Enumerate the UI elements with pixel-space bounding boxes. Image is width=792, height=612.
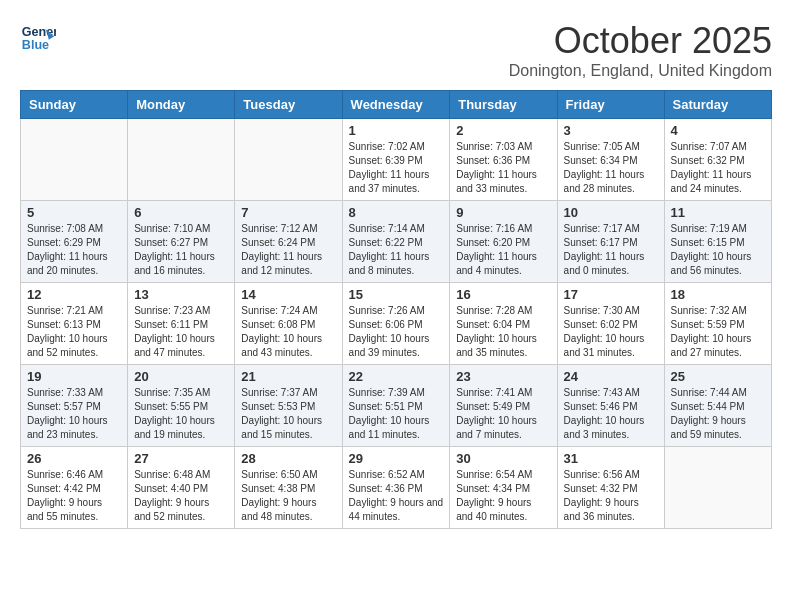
day-number: 31	[564, 451, 658, 466]
calendar-cell: 19Sunrise: 7:33 AM Sunset: 5:57 PM Dayli…	[21, 365, 128, 447]
weekday-header-tuesday: Tuesday	[235, 91, 342, 119]
weekday-header-monday: Monday	[128, 91, 235, 119]
day-number: 14	[241, 287, 335, 302]
calendar-cell: 23Sunrise: 7:41 AM Sunset: 5:49 PM Dayli…	[450, 365, 557, 447]
day-info: Sunrise: 7:03 AM Sunset: 6:36 PM Dayligh…	[456, 140, 550, 196]
day-info: Sunrise: 7:08 AM Sunset: 6:29 PM Dayligh…	[27, 222, 121, 278]
calendar-cell: 2Sunrise: 7:03 AM Sunset: 6:36 PM Daylig…	[450, 119, 557, 201]
weekday-header-friday: Friday	[557, 91, 664, 119]
calendar-cell: 17Sunrise: 7:30 AM Sunset: 6:02 PM Dayli…	[557, 283, 664, 365]
day-info: Sunrise: 7:10 AM Sunset: 6:27 PM Dayligh…	[134, 222, 228, 278]
calendar-cell: 4Sunrise: 7:07 AM Sunset: 6:32 PM Daylig…	[664, 119, 771, 201]
weekday-header-wednesday: Wednesday	[342, 91, 450, 119]
day-number: 30	[456, 451, 550, 466]
day-number: 22	[349, 369, 444, 384]
day-info: Sunrise: 7:02 AM Sunset: 6:39 PM Dayligh…	[349, 140, 444, 196]
calendar-cell: 15Sunrise: 7:26 AM Sunset: 6:06 PM Dayli…	[342, 283, 450, 365]
day-info: Sunrise: 7:17 AM Sunset: 6:17 PM Dayligh…	[564, 222, 658, 278]
calendar-cell: 1Sunrise: 7:02 AM Sunset: 6:39 PM Daylig…	[342, 119, 450, 201]
day-number: 7	[241, 205, 335, 220]
day-info: Sunrise: 6:56 AM Sunset: 4:32 PM Dayligh…	[564, 468, 658, 524]
svg-text:Blue: Blue	[22, 38, 49, 52]
calendar-cell: 6Sunrise: 7:10 AM Sunset: 6:27 PM Daylig…	[128, 201, 235, 283]
calendar-cell: 8Sunrise: 7:14 AM Sunset: 6:22 PM Daylig…	[342, 201, 450, 283]
calendar-cell	[21, 119, 128, 201]
day-number: 5	[27, 205, 121, 220]
calendar-cell: 30Sunrise: 6:54 AM Sunset: 4:34 PM Dayli…	[450, 447, 557, 529]
calendar-cell: 13Sunrise: 7:23 AM Sunset: 6:11 PM Dayli…	[128, 283, 235, 365]
day-info: Sunrise: 7:33 AM Sunset: 5:57 PM Dayligh…	[27, 386, 121, 442]
page-header: General Blue October 2025 Donington, Eng…	[20, 20, 772, 80]
day-info: Sunrise: 6:54 AM Sunset: 4:34 PM Dayligh…	[456, 468, 550, 524]
day-number: 21	[241, 369, 335, 384]
day-info: Sunrise: 6:46 AM Sunset: 4:42 PM Dayligh…	[27, 468, 121, 524]
calendar-cell: 18Sunrise: 7:32 AM Sunset: 5:59 PM Dayli…	[664, 283, 771, 365]
day-number: 6	[134, 205, 228, 220]
title-area: October 2025 Donington, England, United …	[509, 20, 772, 80]
day-info: Sunrise: 7:39 AM Sunset: 5:51 PM Dayligh…	[349, 386, 444, 442]
calendar-cell: 12Sunrise: 7:21 AM Sunset: 6:13 PM Dayli…	[21, 283, 128, 365]
calendar-cell	[664, 447, 771, 529]
day-number: 20	[134, 369, 228, 384]
day-info: Sunrise: 7:35 AM Sunset: 5:55 PM Dayligh…	[134, 386, 228, 442]
location: Donington, England, United Kingdom	[509, 62, 772, 80]
calendar-cell: 16Sunrise: 7:28 AM Sunset: 6:04 PM Dayli…	[450, 283, 557, 365]
day-info: Sunrise: 6:52 AM Sunset: 4:36 PM Dayligh…	[349, 468, 444, 524]
calendar-cell: 24Sunrise: 7:43 AM Sunset: 5:46 PM Dayli…	[557, 365, 664, 447]
day-number: 8	[349, 205, 444, 220]
day-info: Sunrise: 7:30 AM Sunset: 6:02 PM Dayligh…	[564, 304, 658, 360]
calendar-cell: 21Sunrise: 7:37 AM Sunset: 5:53 PM Dayli…	[235, 365, 342, 447]
day-info: Sunrise: 7:37 AM Sunset: 5:53 PM Dayligh…	[241, 386, 335, 442]
calendar-cell	[128, 119, 235, 201]
week-row-3: 12Sunrise: 7:21 AM Sunset: 6:13 PM Dayli…	[21, 283, 772, 365]
day-number: 1	[349, 123, 444, 138]
week-row-2: 5Sunrise: 7:08 AM Sunset: 6:29 PM Daylig…	[21, 201, 772, 283]
weekday-header-thursday: Thursday	[450, 91, 557, 119]
weekday-header-saturday: Saturday	[664, 91, 771, 119]
calendar-cell: 25Sunrise: 7:44 AM Sunset: 5:44 PM Dayli…	[664, 365, 771, 447]
day-number: 11	[671, 205, 765, 220]
day-info: Sunrise: 7:12 AM Sunset: 6:24 PM Dayligh…	[241, 222, 335, 278]
day-info: Sunrise: 7:26 AM Sunset: 6:06 PM Dayligh…	[349, 304, 444, 360]
day-info: Sunrise: 7:21 AM Sunset: 6:13 PM Dayligh…	[27, 304, 121, 360]
logo: General Blue	[20, 20, 56, 56]
day-info: Sunrise: 6:50 AM Sunset: 4:38 PM Dayligh…	[241, 468, 335, 524]
calendar-cell: 31Sunrise: 6:56 AM Sunset: 4:32 PM Dayli…	[557, 447, 664, 529]
calendar-cell	[235, 119, 342, 201]
calendar-cell: 11Sunrise: 7:19 AM Sunset: 6:15 PM Dayli…	[664, 201, 771, 283]
calendar-cell: 9Sunrise: 7:16 AM Sunset: 6:20 PM Daylig…	[450, 201, 557, 283]
calendar-cell: 7Sunrise: 7:12 AM Sunset: 6:24 PM Daylig…	[235, 201, 342, 283]
day-number: 3	[564, 123, 658, 138]
day-info: Sunrise: 7:14 AM Sunset: 6:22 PM Dayligh…	[349, 222, 444, 278]
logo-icon: General Blue	[20, 20, 56, 56]
day-info: Sunrise: 7:05 AM Sunset: 6:34 PM Dayligh…	[564, 140, 658, 196]
day-number: 17	[564, 287, 658, 302]
calendar-cell: 10Sunrise: 7:17 AM Sunset: 6:17 PM Dayli…	[557, 201, 664, 283]
day-number: 26	[27, 451, 121, 466]
day-number: 15	[349, 287, 444, 302]
calendar-cell: 27Sunrise: 6:48 AM Sunset: 4:40 PM Dayli…	[128, 447, 235, 529]
day-number: 23	[456, 369, 550, 384]
day-number: 28	[241, 451, 335, 466]
day-info: Sunrise: 7:23 AM Sunset: 6:11 PM Dayligh…	[134, 304, 228, 360]
week-row-5: 26Sunrise: 6:46 AM Sunset: 4:42 PM Dayli…	[21, 447, 772, 529]
day-number: 18	[671, 287, 765, 302]
day-info: Sunrise: 7:41 AM Sunset: 5:49 PM Dayligh…	[456, 386, 550, 442]
calendar-cell: 28Sunrise: 6:50 AM Sunset: 4:38 PM Dayli…	[235, 447, 342, 529]
week-row-4: 19Sunrise: 7:33 AM Sunset: 5:57 PM Dayli…	[21, 365, 772, 447]
day-number: 9	[456, 205, 550, 220]
day-number: 13	[134, 287, 228, 302]
day-number: 25	[671, 369, 765, 384]
day-number: 19	[27, 369, 121, 384]
day-info: Sunrise: 7:43 AM Sunset: 5:46 PM Dayligh…	[564, 386, 658, 442]
weekday-header-sunday: Sunday	[21, 91, 128, 119]
day-info: Sunrise: 7:16 AM Sunset: 6:20 PM Dayligh…	[456, 222, 550, 278]
calendar-cell: 20Sunrise: 7:35 AM Sunset: 5:55 PM Dayli…	[128, 365, 235, 447]
month-title: October 2025	[509, 20, 772, 62]
day-number: 29	[349, 451, 444, 466]
day-number: 2	[456, 123, 550, 138]
day-info: Sunrise: 7:44 AM Sunset: 5:44 PM Dayligh…	[671, 386, 765, 442]
calendar-cell: 29Sunrise: 6:52 AM Sunset: 4:36 PM Dayli…	[342, 447, 450, 529]
weekday-header-row: SundayMondayTuesdayWednesdayThursdayFrid…	[21, 91, 772, 119]
day-number: 24	[564, 369, 658, 384]
